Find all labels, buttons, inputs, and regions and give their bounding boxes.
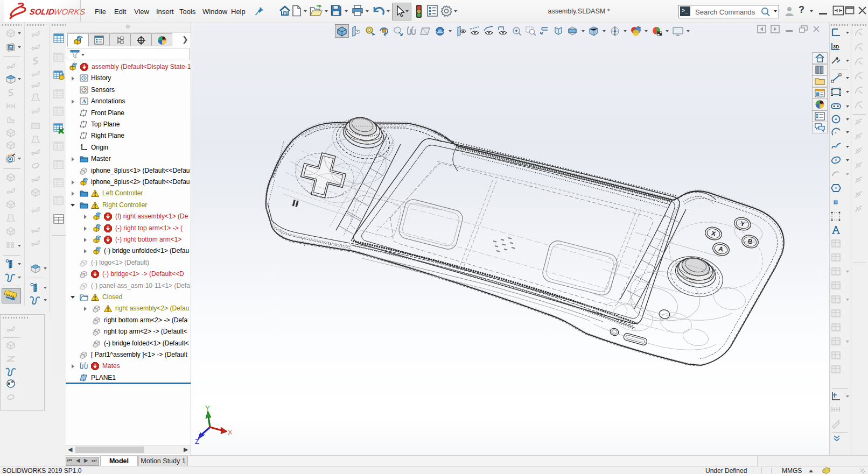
- svg-text:3D: 3D: [833, 44, 839, 49]
- svg-text:A: A: [82, 98, 86, 104]
- svg-text:SOLID: SOLID: [29, 7, 55, 16]
- svg-text:WORKS: WORKS: [53, 7, 85, 16]
- svg-text:X: X: [228, 428, 232, 436]
- svg-text:Y: Y: [205, 404, 210, 412]
- svg-text:Z: Z: [195, 437, 199, 444]
